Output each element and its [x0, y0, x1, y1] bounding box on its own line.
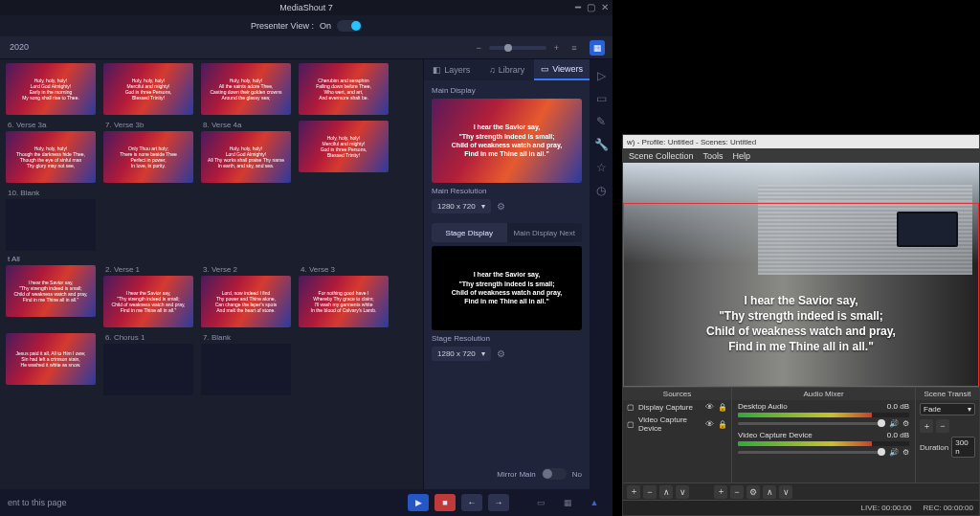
slide-thumb[interactable]: Holy, holy, holy! Lord God Almighty! All…	[201, 131, 291, 183]
tab-library[interactable]: ♫ Library	[479, 59, 535, 80]
slide-thumb[interactable]: Holy, holy, holy! Though the darkness hi…	[6, 131, 96, 183]
slide[interactable]: Cherubim and seraphim Falling down befor…	[299, 63, 389, 115]
slide-thumb[interactable]: I hear the Savior say, "Thy strength ind…	[6, 265, 96, 317]
visibility-icon[interactable]: 👁	[705, 419, 714, 429]
scene-up-button[interactable]: ∧	[659, 485, 673, 499]
menu-item[interactable]: Scene Collection	[629, 151, 694, 161]
lock-icon[interactable]: 🔒	[718, 420, 727, 429]
slide[interactable]: 6. Verse 3aHoly, holy, holy! Though the …	[6, 121, 96, 183]
slide-thumb[interactable]	[6, 199, 96, 251]
image-icon[interactable]: ▭	[596, 92, 607, 105]
menu-item[interactable]: Help	[733, 151, 751, 161]
chevron-down-icon: ▾	[481, 202, 485, 211]
slide-thumb[interactable]: For nothing good have I Whereby Thy grac…	[299, 276, 389, 327]
speaker-icon[interactable]: 🔊	[889, 448, 899, 457]
wand-icon[interactable]: ✎	[596, 115, 606, 128]
slide-thumb[interactable]: I hear the Savior say, "Thy strength ind…	[103, 276, 193, 327]
slide[interactable]: Holy, holy, holy! Merciful and mighty! G…	[103, 63, 193, 115]
source-row[interactable]: ▢Video Capture Device👁🔒	[623, 414, 731, 435]
tab-layers[interactable]: ◧ Layers	[424, 59, 479, 80]
slide-thumb[interactable]	[201, 344, 291, 395]
stage-display-preview[interactable]: I hear the Savior say, "Thy strength ind…	[432, 246, 582, 330]
slide-thumb[interactable]: Holy, holy, holy! Merciful and mighty! G…	[103, 63, 193, 115]
source-row[interactable]: ▢Display Capture👁🔒	[623, 400, 731, 414]
slide-thumb[interactable]: Holy, holy, holy! Merciful and mighty! G…	[299, 121, 389, 172]
slide[interactable]: 7. Blank	[201, 333, 291, 395]
play-button[interactable]: ▶	[408, 494, 429, 511]
zoom-minus-icon[interactable]: −	[476, 43, 480, 53]
gear-icon[interactable]: ⚙	[497, 348, 505, 359]
maximize-icon[interactable]: ▢	[587, 2, 595, 12]
slide-thumb[interactable]	[103, 344, 193, 395]
monitor-icon[interactable]: ▭	[530, 494, 551, 511]
source-down-button[interactable]: ∨	[779, 485, 792, 499]
grid-icon[interactable]: ▦	[557, 494, 578, 511]
remove-source-button[interactable]: −	[730, 485, 744, 499]
menu-item[interactable]: Tools	[703, 151, 724, 161]
slide[interactable]: 8. Verse 4aHoly, holy, holy! Lord God Al…	[201, 121, 291, 183]
zoom-slider[interactable]	[489, 46, 546, 50]
slide[interactable]: 4. Verse 3For nothing good have I Whereb…	[299, 265, 389, 327]
slide[interactable]: Holy, holy, holy! Merciful and mighty! G…	[299, 121, 389, 183]
slide-thumb[interactable]: Holy, holy, holy! Lord God Almighty! Ear…	[6, 63, 96, 115]
warning-icon[interactable]: ▲	[584, 494, 605, 511]
obs-preview[interactable]: I hear the Savior say, "Thy strength ind…	[623, 163, 979, 387]
slide[interactable]: 6. Chorus 1	[103, 333, 193, 395]
stop-button[interactable]: ■	[434, 494, 456, 511]
gear-icon[interactable]: ⚙	[902, 419, 909, 428]
presenter-toggle[interactable]	[337, 20, 362, 32]
close-icon[interactable]: ✕	[601, 2, 609, 12]
mirror-toggle[interactable]	[542, 468, 567, 480]
grid-view-icon[interactable]: ▦	[590, 40, 605, 56]
slide-thumb[interactable]: Only Thou art holy; There is none beside…	[103, 131, 193, 183]
prev-button[interactable]: ←	[461, 494, 482, 511]
source-settings-button[interactable]: ⚙	[746, 485, 760, 499]
lock-icon[interactable]: 🔒	[718, 403, 727, 412]
transitions-heading: Scene Transit	[916, 388, 979, 400]
section-label: t All	[8, 255, 417, 263]
tab-viewers[interactable]: ▭ Viewers	[534, 59, 590, 80]
tab-stage-display[interactable]: Stage Display	[432, 223, 507, 242]
slide[interactable]: Jesus paid it all, All to Him I owe; Sin…	[6, 333, 96, 395]
volume-slider[interactable]	[738, 451, 885, 454]
mixer-row: Desktop Audio0.0 dB 🔊 ⚙	[732, 400, 915, 429]
add-source-button[interactable]: ＋	[714, 485, 727, 499]
scene-down-button[interactable]: ∨	[676, 485, 689, 499]
transition-select[interactable]: Fade▾	[920, 403, 975, 415]
add-scene-button[interactable]: ＋	[627, 485, 640, 499]
minimize-icon[interactable]: ━	[575, 2, 581, 12]
duration-input[interactable]: 300 n	[951, 437, 975, 458]
add-transition-button[interactable]: ＋	[920, 419, 933, 433]
speaker-icon[interactable]: 🔊	[889, 419, 899, 428]
main-display-preview[interactable]: I hear the Savior say, "Thy strength ind…	[432, 99, 582, 183]
tab-main-next[interactable]: Main Display Next	[507, 223, 583, 242]
slide[interactable]: Holy, holy, holy! All the saints adore T…	[201, 63, 291, 115]
sources-panel: Sources ▢Display Capture👁🔒▢Video Capture…	[623, 388, 732, 482]
slide[interactable]: 7. Verse 3bOnly Thou art holy; There is …	[103, 121, 193, 183]
slide[interactable]: 2. Verse 1I hear the Savior say, "Thy st…	[103, 265, 193, 327]
slide-thumb[interactable]: Cherubim and seraphim Falling down befor…	[299, 63, 389, 115]
wrench-icon[interactable]: 🔧	[594, 138, 609, 151]
list-view-icon[interactable]: ≡	[567, 40, 582, 56]
play-icon[interactable]: ▷	[597, 69, 606, 82]
remove-transition-button[interactable]: −	[936, 419, 949, 433]
next-button[interactable]: →	[488, 494, 509, 511]
remove-scene-button[interactable]: −	[643, 485, 657, 499]
stage-res-select[interactable]: 1280 x 720▾	[432, 347, 491, 361]
slide-thumb[interactable]: Lord, now indeed I find Thy power and Th…	[201, 276, 291, 327]
volume-slider[interactable]	[738, 422, 885, 425]
clock-icon[interactable]: ◷	[596, 184, 606, 197]
source-up-button[interactable]: ∧	[763, 485, 776, 499]
slide[interactable]: Holy, holy, holy! Lord God Almighty! Ear…	[6, 63, 96, 115]
gear-icon[interactable]: ⚙	[902, 448, 909, 457]
slide[interactable]: 3. Verse 2Lord, now indeed I find Thy po…	[201, 265, 291, 327]
slide-thumb[interactable]: Jesus paid it all, All to Him I owe; Sin…	[6, 333, 96, 385]
slide[interactable]: 10. Blank	[6, 189, 96, 251]
star-icon[interactable]: ☆	[596, 161, 607, 174]
slide[interactable]: I hear the Savior say, "Thy strength ind…	[6, 265, 96, 327]
zoom-plus-icon[interactable]: +	[554, 43, 559, 53]
gear-icon[interactable]: ⚙	[497, 201, 505, 212]
slide-thumb[interactable]: Holy, holy, holy! All the saints adore T…	[201, 63, 291, 115]
main-res-select[interactable]: 1280 x 720▾	[432, 199, 491, 213]
visibility-icon[interactable]: 👁	[705, 402, 714, 412]
